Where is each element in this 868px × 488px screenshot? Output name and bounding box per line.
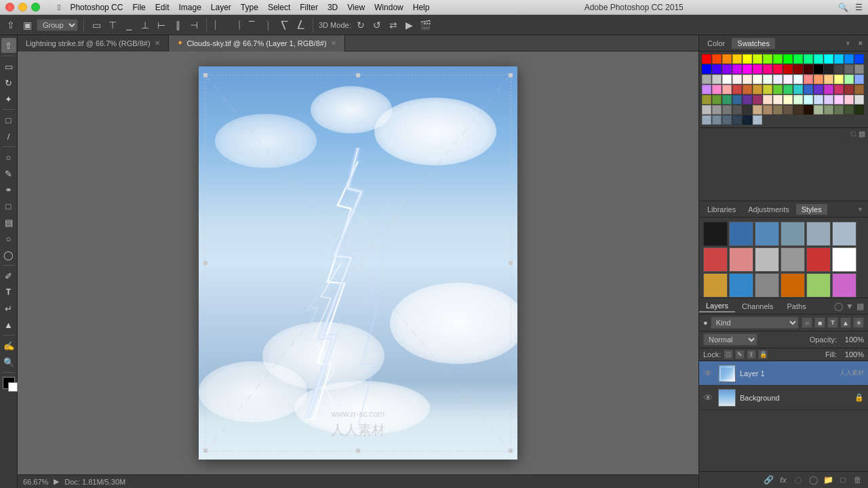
align-left-icon[interactable]: ⊢ xyxy=(155,18,168,32)
new-swatch-icon[interactable]: □ xyxy=(851,129,856,138)
swatch-color[interactable] xyxy=(712,115,722,125)
swatch-color[interactable] xyxy=(702,64,711,74)
swatch-color[interactable] xyxy=(783,64,793,74)
swatch-color[interactable] xyxy=(702,75,711,84)
swatch-color[interactable] xyxy=(773,95,783,104)
style-item[interactable] xyxy=(703,222,728,246)
tab-paths[interactable]: Paths xyxy=(781,301,813,312)
dodge-tool[interactable]: ◯ xyxy=(1,247,16,262)
menu-file[interactable]: File xyxy=(132,3,145,12)
swatch-color[interactable] xyxy=(722,85,732,94)
align-right-icon[interactable]: ⊣ xyxy=(187,18,201,32)
swatch-color[interactable] xyxy=(763,95,772,104)
filter-pixel-icon[interactable]: ○ xyxy=(802,317,812,328)
style-item[interactable] xyxy=(729,247,753,272)
swatch-color[interactable] xyxy=(844,105,854,115)
layer-visibility-bg[interactable]: 👁 xyxy=(703,392,714,403)
menu-help[interactable]: Help xyxy=(413,3,430,12)
swatch-color[interactable] xyxy=(824,75,833,84)
tab-close-clouds[interactable]: ✕ xyxy=(331,39,336,47)
3d-rotate-icon[interactable]: ↻ xyxy=(354,18,368,32)
swatch-color[interactable] xyxy=(834,64,844,74)
swatch-color[interactable] xyxy=(763,105,772,115)
swatch-color[interactable] xyxy=(712,64,722,74)
filter-kind-select[interactable]: Kind xyxy=(711,317,799,329)
group-select[interactable]: Group Layer xyxy=(37,19,78,31)
swatch-color[interactable] xyxy=(773,75,783,84)
swatch-color[interactable] xyxy=(793,95,803,104)
swatch-color[interactable] xyxy=(793,64,803,74)
style-item[interactable] xyxy=(755,247,779,272)
swatch-color[interactable] xyxy=(763,75,772,84)
swatch-color[interactable] xyxy=(854,64,864,74)
style-item[interactable] xyxy=(806,247,831,272)
swatch-color[interactable] xyxy=(793,75,803,84)
swatch-color[interactable] xyxy=(732,64,742,74)
eraser-tool[interactable]: □ xyxy=(1,199,16,214)
swatch-color[interactable] xyxy=(804,75,813,84)
tab-channels[interactable]: Channels xyxy=(735,301,780,312)
hand-tool[interactable]: ✍ xyxy=(1,338,16,353)
swatch-color[interactable] xyxy=(814,105,823,115)
tab-close-lightning[interactable]: ✕ xyxy=(155,39,160,47)
swatch-color[interactable] xyxy=(773,64,783,74)
swatch-color[interactable] xyxy=(712,105,722,115)
crop-tool[interactable]: □ xyxy=(1,113,16,127)
swatch-color[interactable] xyxy=(844,75,854,84)
swatch-color[interactable] xyxy=(753,85,762,94)
create-group-icon[interactable]: 📁 xyxy=(822,474,834,486)
layers-options-icon[interactable]: ◯ xyxy=(834,302,843,311)
menu-edit[interactable]: Edit xyxy=(155,3,170,12)
layers-trash-icon[interactable]: ▩ xyxy=(856,302,864,311)
swatch-color[interactable] xyxy=(814,95,823,104)
tab-layers[interactable]: Layers xyxy=(699,300,735,312)
swatch-color[interactable] xyxy=(834,54,844,64)
swatch-color[interactable] xyxy=(743,105,752,115)
swatch-color[interactable] xyxy=(732,95,742,104)
swatch-color[interactable] xyxy=(844,85,854,94)
menu-window[interactable]: Window xyxy=(374,3,403,12)
style-item[interactable] xyxy=(781,273,805,298)
align-hcenter-icon[interactable]: ‖ xyxy=(171,18,184,32)
swatch-color[interactable] xyxy=(732,115,742,125)
shape-tool[interactable]: ▲ xyxy=(1,317,16,332)
swatch-color[interactable] xyxy=(814,64,823,74)
swatch-color[interactable] xyxy=(722,95,732,104)
panel-options-icon[interactable]: ▼ xyxy=(843,40,853,47)
swatch-color[interactable] xyxy=(793,105,803,115)
tab-color[interactable]: Color xyxy=(702,38,730,49)
swatch-color[interactable] xyxy=(804,105,813,115)
tab-swatches[interactable]: Swatches xyxy=(732,38,775,49)
filter-adj-icon[interactable]: ■ xyxy=(814,317,825,328)
status-arrow[interactable]: ▶ xyxy=(54,477,59,486)
dist-hcenter-icon[interactable]: ⎹ xyxy=(229,18,242,32)
swatch-color[interactable] xyxy=(824,85,833,94)
style-item[interactable] xyxy=(781,247,805,272)
swatch-color[interactable] xyxy=(854,85,864,94)
swatch-color[interactable] xyxy=(814,54,823,64)
swatch-color[interactable] xyxy=(793,85,803,94)
swatch-color[interactable] xyxy=(722,105,732,115)
swatch-color[interactable] xyxy=(824,95,833,104)
maximize-button[interactable] xyxy=(31,3,40,12)
align-vcenter-icon[interactable]: ⎯ xyxy=(122,18,136,32)
swatch-color[interactable] xyxy=(804,95,813,104)
swatch-color[interactable] xyxy=(834,85,844,94)
layers-panel-options[interactable]: ▼ xyxy=(846,302,854,311)
menu-select[interactable]: Select xyxy=(268,3,290,12)
tab-adjustments[interactable]: Adjustments xyxy=(743,204,795,215)
style-item[interactable] xyxy=(832,247,856,272)
lock-all-icon[interactable]: 🔒 xyxy=(758,350,768,359)
background-color[interactable] xyxy=(8,382,18,392)
swatch-color[interactable] xyxy=(824,54,833,64)
layer-row-layer1[interactable]: 👁 Layer 1 人人素材 xyxy=(699,361,868,386)
swatch-color[interactable] xyxy=(783,95,793,104)
swatch-color[interactable] xyxy=(712,54,722,64)
filter-smart-icon[interactable]: ☀ xyxy=(853,317,864,328)
rectangle-select-tool[interactable]: ▭ xyxy=(1,59,16,74)
swatch-color[interactable] xyxy=(814,85,823,94)
swatch-color[interactable] xyxy=(712,85,722,94)
link-layers-icon[interactable]: 🔗 xyxy=(762,474,774,486)
swatch-color[interactable] xyxy=(753,95,762,104)
swatch-color[interactable] xyxy=(854,95,864,104)
